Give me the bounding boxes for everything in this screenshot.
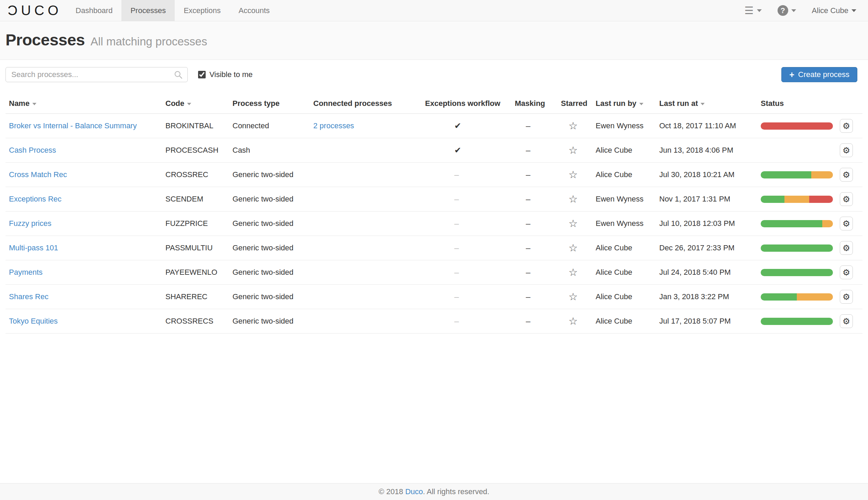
masking-value: – xyxy=(526,243,530,252)
column-header-masking: Masking xyxy=(515,95,561,114)
process-type: Generic two-sided xyxy=(232,285,313,309)
status-bar xyxy=(761,293,833,301)
process-name-link[interactable]: Payments xyxy=(9,268,43,276)
process-settings-button[interactable]: ⚙ xyxy=(840,241,853,255)
last-run-at: Jul 24, 2018 5:40 PM xyxy=(659,260,761,285)
column-header-connected-processes: Connected processes xyxy=(313,95,425,114)
process-type: Generic two-sided xyxy=(232,211,313,236)
process-settings-button[interactable]: ⚙ xyxy=(840,192,853,206)
last-run-at: Oct 18, 2017 11:10 AM xyxy=(659,114,761,138)
process-row: Shares Rec SHAREREC Generic two-sided – … xyxy=(6,285,862,309)
page-footer: © 2018 Duco. All rights reserved. xyxy=(0,483,868,500)
star-icon[interactable]: ☆ xyxy=(568,267,578,278)
star-icon[interactable]: ☆ xyxy=(568,144,578,156)
star-icon[interactable]: ☆ xyxy=(568,291,578,302)
process-code: CROSSRECS xyxy=(165,309,232,334)
process-name-link[interactable]: Broker vs Internal - Balance Summary xyxy=(9,121,137,130)
star-icon[interactable]: ☆ xyxy=(568,169,578,180)
process-settings-button[interactable]: ⚙ xyxy=(840,168,853,182)
footer-duco-link[interactable]: Duco xyxy=(405,487,423,496)
process-name-link[interactable]: Cross Match Rec xyxy=(9,170,67,179)
gear-icon: ⚙ xyxy=(843,292,850,302)
visible-to-me-label: Visible to me xyxy=(209,70,253,79)
process-name-link[interactable]: Fuzzy prices xyxy=(9,219,51,228)
chevron-down-icon xyxy=(757,9,762,12)
masking-value: – xyxy=(526,194,530,204)
nav-item-processes[interactable]: Processes xyxy=(121,0,175,21)
gear-icon: ⚙ xyxy=(843,219,850,229)
process-code: FUZZPRICE xyxy=(165,211,232,236)
column-header-last-run-by[interactable]: Last run by xyxy=(596,95,659,114)
process-code: BROKINTBAL xyxy=(165,114,232,138)
process-name-link[interactable]: Tokyo Equities xyxy=(9,317,58,325)
exceptions-workflow-value: – xyxy=(454,170,459,179)
status-segment-green xyxy=(761,318,833,325)
last-run-at: Nov 1, 2017 1:31 PM xyxy=(659,187,761,211)
connected-processes-link[interactable]: 2 processes xyxy=(313,121,354,130)
process-name-link[interactable]: Cash Process xyxy=(9,146,56,154)
status-bar xyxy=(761,122,833,130)
column-header-code[interactable]: Code xyxy=(165,95,232,114)
star-icon[interactable]: ☆ xyxy=(568,242,578,253)
visible-to-me-group: Visible to me xyxy=(198,70,253,79)
process-settings-button[interactable]: ⚙ xyxy=(840,143,853,157)
star-icon[interactable]: ☆ xyxy=(568,218,578,229)
process-settings-button[interactable]: ⚙ xyxy=(840,119,853,133)
last-run-by: Ewen Wyness xyxy=(596,114,659,138)
visible-to-me-checkbox[interactable] xyxy=(198,71,206,78)
user-menu[interactable]: Alice Cube xyxy=(812,6,856,15)
status-segment-orange xyxy=(797,293,833,301)
duco-logo[interactable]: ƆUCO xyxy=(8,0,62,21)
last-run-by: Alice Cube xyxy=(596,260,659,285)
star-icon[interactable]: ☆ xyxy=(568,193,578,205)
gear-icon: ⚙ xyxy=(843,243,850,253)
exceptions-workflow-value: – xyxy=(454,194,459,204)
help-icon: ? xyxy=(778,5,788,16)
app-menu-dropdown[interactable]: ☰ xyxy=(745,6,762,16)
last-run-by: Alice Cube xyxy=(596,285,659,309)
toolbar: Visible to me + Create process xyxy=(0,60,868,85)
help-dropdown[interactable]: ? xyxy=(778,5,796,16)
process-settings-button[interactable]: ⚙ xyxy=(840,265,853,279)
process-settings-button[interactable]: ⚙ xyxy=(840,217,853,230)
last-run-at: Jun 13, 2018 4:06 PM xyxy=(659,138,761,163)
star-icon[interactable]: ☆ xyxy=(568,315,578,327)
status-segment-green xyxy=(761,244,833,252)
star-icon[interactable]: ☆ xyxy=(568,120,578,131)
last-run-at: Jul 17, 2018 5:07 PM xyxy=(659,309,761,334)
column-header-name[interactable]: Name xyxy=(6,95,165,114)
masking-value: – xyxy=(526,292,530,301)
process-code: PAYEEWENLO xyxy=(165,260,232,285)
process-code: SCENDEM xyxy=(165,187,232,211)
status-segment-green xyxy=(761,269,833,276)
status-segment-green xyxy=(761,220,822,227)
nav-item-dashboard[interactable]: Dashboard xyxy=(67,0,122,21)
create-process-label: Create process xyxy=(798,70,849,79)
search-input[interactable] xyxy=(6,67,188,82)
process-type: Generic two-sided xyxy=(232,309,313,334)
column-header-last-run-at[interactable]: Last run at xyxy=(659,95,761,114)
process-type: Generic two-sided xyxy=(232,236,313,260)
status-segment-green xyxy=(761,196,784,203)
status-segment-green xyxy=(761,171,811,178)
chevron-down-icon xyxy=(851,9,856,12)
nav-item-exceptions[interactable]: Exceptions xyxy=(175,0,230,21)
search-wrapper xyxy=(6,67,188,82)
process-code: CROSSREC xyxy=(165,163,232,187)
exceptions-workflow-value: – xyxy=(454,268,459,277)
create-process-button[interactable]: + Create process xyxy=(781,67,857,82)
last-run-at: Jul 10, 2018 12:03 PM xyxy=(659,211,761,236)
status-segment-red xyxy=(761,122,833,130)
process-settings-button[interactable]: ⚙ xyxy=(840,314,853,328)
process-settings-button[interactable]: ⚙ xyxy=(840,290,853,304)
nav-item-accounts[interactable]: Accounts xyxy=(230,0,279,21)
user-name-label: Alice Cube xyxy=(812,6,848,15)
last-run-at: Jul 30, 2018 10:21 AM xyxy=(659,163,761,187)
process-name-link[interactable]: Shares Rec xyxy=(9,292,48,301)
process-name-link[interactable]: Exceptions Rec xyxy=(9,195,62,203)
process-type: Generic two-sided xyxy=(232,163,313,187)
exceptions-workflow-value: – xyxy=(454,292,459,301)
process-name-link[interactable]: Multi-pass 101 xyxy=(9,243,58,252)
masking-value: – xyxy=(526,316,530,326)
masking-value: – xyxy=(526,170,530,179)
